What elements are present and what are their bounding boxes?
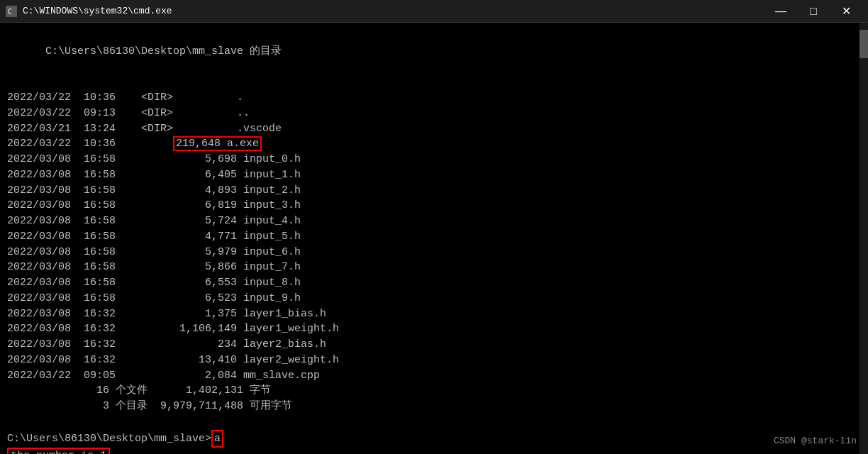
window-title: C:\WINDOWS\system32\cmd.exe (23, 6, 764, 16)
blank-line-1 (7, 74, 861, 90)
close-button[interactable]: ✕ (830, 0, 862, 23)
svg-text:C: C (8, 8, 12, 16)
entry-input4: 2022/03/08 16:58 5,724 input_4.h (7, 214, 861, 229)
entry-input9: 2022/03/08 16:58 6,523 input_9.h (7, 291, 861, 306)
summary2: 3 个目录 9,979,711,488 可用字节 (7, 399, 861, 414)
entry-mmslave: 2022/03/22 09:05 2,084 mm_slave.cpp (7, 368, 861, 384)
branding-label: CSDN @stark-lin (774, 435, 857, 448)
entry-input8: 2022/03/08 16:58 6,553 input_8.h (7, 275, 861, 291)
entry-input2: 2022/03/08 16:58 4,893 input_2.h (7, 183, 861, 199)
cmd-window: C C:\WINDOWS\system32\cmd.exe — □ ✕ C:\U… (0, 0, 868, 454)
entry-aexe: 2022/03/22 10:36 219,648 a.exe (7, 136, 861, 152)
dir-header: C:\Users\86130\Desktop\mm_slave 的目录 (7, 28, 861, 74)
entry-dot: 2022/03/22 10:36 <DIR> . (7, 90, 861, 106)
terminal-content: C:\Users\86130\Desktop\mm_slave 的目录 2022… (0, 23, 868, 454)
scrollbar-thumb[interactable] (859, 30, 868, 58)
output-highlight: the number is 1 (7, 448, 110, 454)
entry-input0: 2022/03/08 16:58 5,698 input_0.h (7, 152, 861, 167)
minimize-button[interactable]: — (764, 0, 797, 23)
output-line: the number is 1 (7, 448, 861, 454)
entry-dotdot: 2022/03/22 09:13 <DIR> .. (7, 106, 861, 121)
cmd-a-highlight: a (211, 430, 223, 448)
entry-layer2weight: 2022/03/08 16:32 13,410 layer2_weight.h (7, 353, 861, 368)
window-controls: — □ ✕ (764, 0, 862, 23)
aexe-highlight: 219,648 a.exe (173, 136, 262, 151)
entry-input5: 2022/03/08 16:58 4,771 input_5.h (7, 229, 861, 245)
blank-line-2 (7, 414, 861, 430)
summary1: 16 个文件 1,402,131 字节 (7, 383, 861, 399)
prompt-line-1: C:\Users\86130\Desktop\mm_slave>a (7, 430, 861, 448)
entry-input3: 2022/03/08 16:58 6,819 input_3.h (7, 198, 861, 214)
entry-input6: 2022/03/08 16:58 5,979 input_6.h (7, 245, 861, 260)
entry-layer2bias: 2022/03/08 16:32 234 layer2_bias.h (7, 337, 861, 353)
maximize-button[interactable]: □ (797, 0, 830, 23)
title-bar: C C:\WINDOWS\system32\cmd.exe — □ ✕ (0, 0, 868, 23)
entry-layer1weight: 2022/03/08 16:32 1,106,149 layer1_weight… (7, 321, 861, 337)
entry-layer1bias: 2022/03/08 16:32 1,375 layer1_bias.h (7, 306, 861, 322)
entry-vscode: 2022/03/21 13:24 <DIR> .vscode (7, 121, 861, 137)
entry-input1: 2022/03/08 16:58 6,405 input_1.h (7, 167, 861, 183)
scrollbar[interactable] (859, 23, 868, 454)
entry-input7: 2022/03/08 16:58 5,866 input_7.h (7, 260, 861, 275)
app-icon: C (6, 6, 17, 17)
